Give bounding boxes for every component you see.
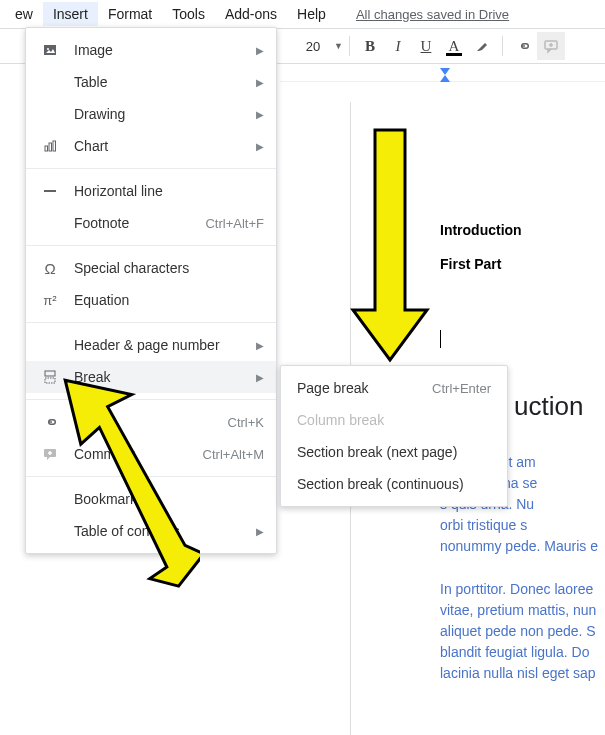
menu-separator (26, 322, 276, 323)
svg-rect-12 (48, 421, 52, 422)
menubar: ew Insert Format Tools Add-ons Help All … (0, 0, 605, 28)
link-icon (38, 414, 62, 430)
menu-item-chart[interactable]: Chart ▶ (26, 130, 276, 162)
menu-separator (26, 168, 276, 169)
menu-item-comment[interactable]: Comment Ctrl+Alt+M (26, 438, 276, 470)
chart-icon (38, 138, 62, 154)
svg-rect-10 (45, 371, 55, 376)
text-color-button[interactable]: A (440, 32, 468, 60)
svg-rect-4 (44, 45, 56, 55)
submenu-column-break: Column break (281, 404, 507, 436)
chevron-right-icon: ▶ (256, 141, 264, 152)
chevron-right-icon: ▶ (256, 77, 264, 88)
submenu-section-break-continuous[interactable]: Section break (continuous) (281, 468, 507, 500)
doc-heading-first-part[interactable]: First Part (440, 256, 605, 272)
break-icon (38, 369, 62, 385)
menu-item-break[interactable]: Break ▶ (26, 361, 276, 393)
menu-format[interactable]: Format (98, 2, 162, 26)
menu-insert[interactable]: Insert (43, 2, 98, 26)
menu-item-special-characters[interactable]: Ω Special characters (26, 252, 276, 284)
link-button[interactable] (509, 32, 537, 60)
svg-rect-0 (521, 45, 525, 46)
separator (349, 36, 350, 56)
svg-rect-6 (45, 146, 48, 151)
image-icon (38, 42, 62, 58)
bold-button[interactable]: B (356, 32, 384, 60)
italic-button[interactable]: I (384, 32, 412, 60)
body-para-2[interactable]: In porttitor. Donec laoree vitae, pretiu… (440, 579, 605, 684)
ruler-indent-marker-bottom[interactable] (440, 75, 450, 82)
menu-separator (26, 476, 276, 477)
font-size-value[interactable]: 20 (298, 39, 328, 54)
svg-rect-11 (45, 378, 55, 383)
omega-icon: Ω (38, 260, 62, 277)
menu-separator (26, 245, 276, 246)
separator (502, 36, 503, 56)
svg-point-5 (47, 48, 49, 50)
comment-toolbar-button[interactable] (537, 32, 565, 60)
menu-item-table[interactable]: Table ▶ (26, 66, 276, 98)
menu-item-horizontal-line[interactable]: Horizontal line (26, 175, 276, 207)
menu-item-table-of-contents[interactable]: Table of contents ▶ (26, 515, 276, 547)
menu-item-header-page-number[interactable]: Header & page number ▶ (26, 329, 276, 361)
svg-rect-7 (49, 143, 52, 151)
font-size-control[interactable]: 20 ▼ (298, 39, 343, 54)
menu-tools[interactable]: Tools (162, 2, 215, 26)
chevron-right-icon: ▶ (256, 109, 264, 120)
break-submenu: Page break Ctrl+Enter Column break Secti… (280, 365, 508, 507)
comment-icon (38, 446, 62, 462)
pi-icon: π² (38, 293, 62, 308)
submenu-section-break-next-page[interactable]: Section break (next page) (281, 436, 507, 468)
save-status[interactable]: All changes saved in Drive (356, 7, 509, 22)
menu-separator (26, 399, 276, 400)
menu-view-partial[interactable]: ew (5, 2, 43, 26)
underline-button[interactable]: U (412, 32, 440, 60)
menu-item-drawing[interactable]: Drawing ▶ (26, 98, 276, 130)
ruler-indent-marker[interactable] (440, 68, 450, 75)
svg-rect-8 (53, 141, 56, 151)
submenu-page-break[interactable]: Page break Ctrl+Enter (281, 372, 507, 404)
menu-item-bookmark[interactable]: Bookmark (26, 483, 276, 515)
menu-item-equation[interactable]: π² Equation (26, 284, 276, 316)
menu-item-footnote[interactable]: Footnote Ctrl+Alt+F (26, 207, 276, 239)
ruler (280, 64, 605, 82)
menu-addons[interactable]: Add-ons (215, 2, 287, 26)
insert-menu-dropdown: Image ▶ Table ▶ Drawing ▶ Chart ▶ Horizo… (25, 27, 277, 554)
hline-icon (38, 183, 62, 199)
text-cursor (440, 330, 441, 348)
chevron-right-icon: ▶ (256, 372, 264, 383)
menu-item-link[interactable]: Link Ctrl+K (26, 406, 276, 438)
caret-down-icon: ▼ (334, 41, 343, 51)
menu-item-image[interactable]: Image ▶ (26, 34, 276, 66)
menu-help[interactable]: Help (287, 2, 336, 26)
highlight-button[interactable] (468, 32, 496, 60)
chevron-right-icon: ▶ (256, 526, 264, 537)
chevron-right-icon: ▶ (256, 340, 264, 351)
chevron-right-icon: ▶ (256, 45, 264, 56)
doc-heading-introduction[interactable]: Introduction (440, 222, 605, 238)
doc-section-title[interactable]: uction (514, 391, 605, 422)
